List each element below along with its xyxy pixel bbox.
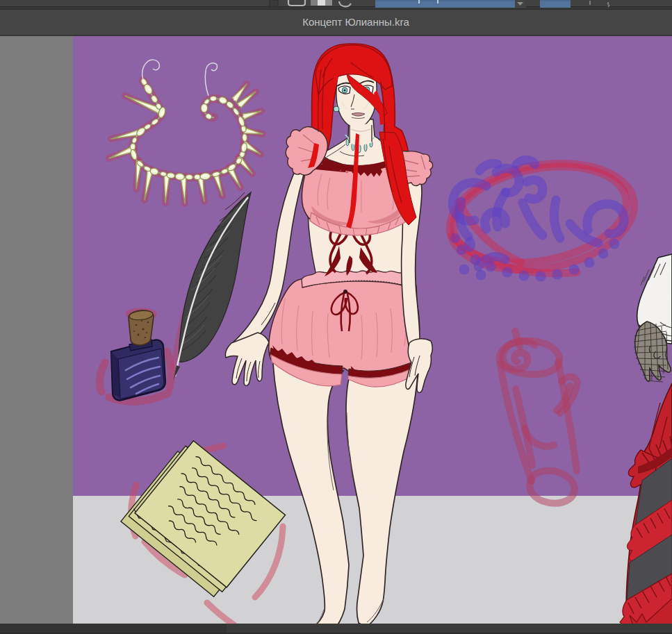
svg-text:Концепт Юлианны.kra: Концепт Юлианны.kra xyxy=(302,16,409,28)
